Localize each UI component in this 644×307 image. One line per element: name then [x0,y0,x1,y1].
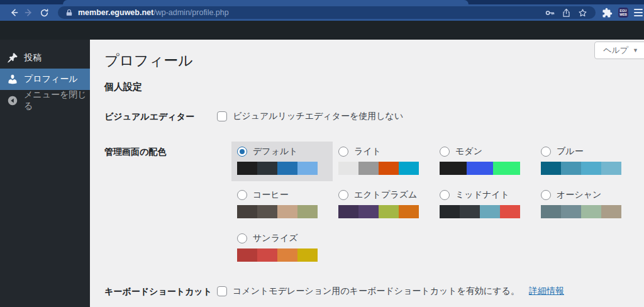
browser-menu-icon[interactable] [634,9,643,16]
lock-icon [65,9,73,16]
sidebar-item-label: メニューを閉じる [24,89,90,112]
main-content: ヘルプ ▼ プロフィール 個人設定 ビジュアルエディター ビジュアルリッチエディ… [90,40,644,307]
color-scheme-radio[interactable] [338,190,348,200]
color-swatches [440,205,520,218]
color-scheme-radio[interactable] [541,190,551,200]
color-scheme-name: ブルー [557,146,584,157]
color-scheme-radio[interactable] [541,147,551,157]
color-scheme-radio[interactable] [237,190,247,200]
color-scheme-name: デフォルト [253,146,298,157]
page-title: プロフィール [104,40,644,69]
url-path: /wp-admin/profile.php [153,8,229,17]
color-scheme-name: ミッドナイト [455,189,509,201]
color-scheme-name: エクトプラズム [354,189,417,201]
keyboard-shortcuts-checkbox-group[interactable]: コメントモデレーション用のキーボードショートカットを有効にする。 詳細情報 [217,286,564,297]
color-scheme-name: コーヒー [253,189,289,201]
active-tab[interactable] [63,0,469,4]
sidebar-item-profile[interactable]: プロフィール [0,69,90,90]
toolbar-right-icons: EGUWEB [602,8,639,18]
keyboard-shortcuts-row: キーボードショートカット コメントモデレーション用のキーボードショートカットを有… [104,286,644,298]
keyboard-shortcuts-label: キーボードショートカット [104,286,217,298]
collapse-arrow-icon [7,95,18,106]
back-button[interactable] [6,6,21,20]
address-bar[interactable]: member.eguweb.net/wp-admin/profile.php [58,6,596,19]
color-scheme-radio[interactable] [440,190,450,200]
workspace: 投稿 プロフィール メニューを閉じる ヘルプ ▼ プロフィール 個人設定 ビジュ… [0,40,644,307]
bookmark-button[interactable] [577,7,588,18]
share-button[interactable] [560,7,572,18]
forward-arrow-icon [24,8,34,18]
profile-avatar[interactable]: EGUWEB [618,8,628,18]
color-swatches [237,248,318,262]
color-swatches [237,205,318,218]
url-text: member.eguweb.net/wp-admin/profile.php [78,8,229,17]
chevron-down-icon: ▼ [633,47,638,53]
color-scheme-row: 管理画面の配色 デフォルトライトモダンブルーコーヒーエクトプラズムミッドナイトオ… [104,142,644,268]
share-icon [562,8,571,18]
color-swatches [541,205,621,218]
personal-settings-heading: 個人設定 [104,81,644,92]
visual-editor-checkbox-group[interactable]: ビジュアルリッチエディターを使用しない [217,111,403,122]
key-icon [545,8,555,18]
help-button-label: ヘルプ [603,45,628,56]
color-scheme-radio[interactable] [440,147,450,157]
wp-sidebar: 投稿 プロフィール メニューを閉じる [0,40,90,307]
color-scheme-option-3[interactable]: モダン [434,142,535,181]
color-scheme-label: 管理画面の配色 [104,142,217,158]
wp-admin-bar [0,21,644,40]
color-scheme-name: サンライズ [253,233,298,244]
color-scheme-grid: デフォルトライトモダンブルーコーヒーエクトプラズムミッドナイトオーシャンサンライ… [231,142,636,268]
color-scheme-name: オーシャン [557,189,601,201]
color-scheme-option-6[interactable]: エクトプラズム [333,185,434,225]
color-scheme-option-4[interactable]: ブルー [535,142,636,181]
color-scheme-option-2[interactable]: ライト [333,142,434,181]
reload-icon [40,8,49,18]
sidebar-item-label: 投稿 [24,52,42,64]
color-scheme-option-5[interactable]: コーヒー [231,185,333,225]
color-scheme-option-7[interactable]: ミッドナイト [434,185,535,225]
color-scheme-option-1[interactable]: デフォルト [231,142,333,181]
color-swatches [338,162,419,175]
puzzle-icon [602,8,613,18]
back-arrow-icon [9,8,19,18]
tab-strip [0,0,644,4]
star-icon [578,8,587,18]
color-scheme-name: ライト [354,146,381,157]
pushpin-icon [7,52,18,64]
color-scheme-radio[interactable] [338,147,348,157]
color-swatches [541,162,621,175]
color-swatches [237,162,318,175]
visual-editor-checkbox-label: ビジュアルリッチエディターを使用しない [233,111,403,122]
color-scheme-radio[interactable] [237,147,247,157]
color-scheme-name: モダン [455,146,482,157]
visual-editor-checkbox[interactable] [217,111,227,121]
browser-chrome: member.eguweb.net/wp-admin/profile.php E… [0,0,644,21]
color-swatches [440,162,520,175]
help-button[interactable]: ヘルプ ▼ [594,42,644,59]
password-key-button[interactable] [544,7,555,18]
url-host: member.eguweb.net [78,8,153,17]
reload-button[interactable] [36,6,52,20]
browser-toolbar: member.eguweb.net/wp-admin/profile.php E… [0,4,644,21]
color-swatches [338,205,419,218]
user-icon [7,74,18,85]
more-info-link[interactable]: 詳細情報 [529,286,564,297]
sidebar-item-posts[interactable]: 投稿 [0,47,90,69]
color-scheme-radio[interactable] [237,233,247,243]
color-scheme-option-9[interactable]: サンライズ [231,228,333,268]
keyboard-shortcuts-checkbox[interactable] [217,286,227,296]
visual-editor-label: ビジュアルエディター [104,111,217,123]
extensions-button[interactable] [602,8,613,18]
color-scheme-option-8[interactable]: オーシャン [535,185,636,225]
sidebar-item-label: プロフィール [24,74,78,85]
forward-button[interactable] [21,6,36,20]
visual-editor-row: ビジュアルエディター ビジュアルリッチエディターを使用しない [104,111,644,123]
sidebar-item-collapse-menu[interactable]: メニューを閉じる [0,90,90,111]
keyboard-shortcuts-checkbox-label: コメントモデレーション用のキーボードショートカットを有効にする。 [233,286,519,297]
